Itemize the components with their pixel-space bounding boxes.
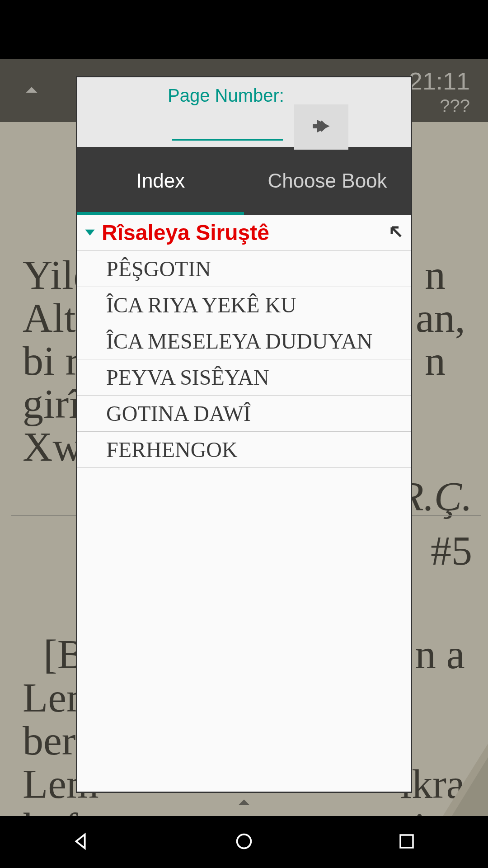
arrow-nw-icon[interactable] xyxy=(387,223,405,243)
index-item[interactable]: ÎCA MESELEYA DUDUYAN xyxy=(77,323,411,359)
dialog-header: Page Number: xyxy=(77,77,411,147)
collapse-triangle-icon[interactable] xyxy=(83,225,97,241)
page-number-input[interactable] xyxy=(172,118,283,141)
index-item[interactable]: ÎCA RIYA YEKÊ KU xyxy=(77,287,411,323)
bg-frag: n xyxy=(425,253,446,297)
svg-rect-1 xyxy=(400,835,413,848)
page-curl-icon[interactable] xyxy=(425,744,488,816)
index-item[interactable]: FERHENGOK xyxy=(77,432,411,468)
index-item[interactable]: GOTINA DAWÎ xyxy=(77,396,411,432)
index-item[interactable]: PÊŞGOTIN xyxy=(77,251,411,287)
index-item-label: ÎCA MESELEYA DUDUYAN xyxy=(106,329,372,354)
tab-index[interactable]: Index xyxy=(77,147,244,215)
bg-frag: an, xyxy=(416,296,465,340)
up-arrow-icon[interactable] xyxy=(18,77,45,104)
nav-back-button[interactable] xyxy=(63,824,99,860)
header-info: ??? xyxy=(440,96,470,116)
tab-choose-book[interactable]: Choose Book xyxy=(244,147,411,215)
bg-frag: n xyxy=(425,339,446,383)
android-navbar xyxy=(0,816,488,868)
tab-index-label: Index xyxy=(136,170,185,192)
index-item-label: FERHENGOK xyxy=(106,437,238,462)
svg-point-0 xyxy=(237,834,251,848)
index-item-label: PEYVA SISÊYAN xyxy=(106,365,269,390)
tab-choose-book-label: Choose Book xyxy=(267,170,387,192)
bg-pagenum: #5 xyxy=(431,529,472,573)
dialog-tabs: Index Choose Book xyxy=(77,147,411,215)
index-item-label: GOTINA DAWÎ xyxy=(106,401,251,426)
nav-dialog: Page Number: Index Choose Book Rîsaleya xyxy=(76,76,412,793)
screen-root: 21:11 ??? Yildin Altiran, bi ren girîn X… xyxy=(0,0,488,868)
index-root-title: Rîsaleya Siruştê xyxy=(102,220,387,245)
arrow-right-icon xyxy=(309,113,334,141)
index-item[interactable]: PEYVA SISÊYAN xyxy=(77,359,411,396)
top-black-bar xyxy=(0,0,488,59)
index-item-label: PÊŞGOTIN xyxy=(106,256,211,281)
index-list: Rîsaleya Siruştê PÊŞGOTIN ÎCA RIYA YEKÊ … xyxy=(77,215,411,468)
page-number-label: Page Number: xyxy=(168,85,284,106)
clock-time: 21:11 xyxy=(409,67,470,95)
recent-square-icon xyxy=(397,832,416,853)
back-triangle-icon xyxy=(71,831,92,854)
bottom-expand-icon[interactable] xyxy=(230,792,258,811)
nav-home-button[interactable] xyxy=(226,824,262,860)
nav-recent-button[interactable] xyxy=(389,824,425,860)
go-button[interactable] xyxy=(294,104,348,150)
index-item-label: ÎCA RIYA YEKÊ KU xyxy=(106,292,296,317)
home-circle-icon xyxy=(234,831,254,854)
index-root-row[interactable]: Rîsaleya Siruştê xyxy=(77,215,411,251)
